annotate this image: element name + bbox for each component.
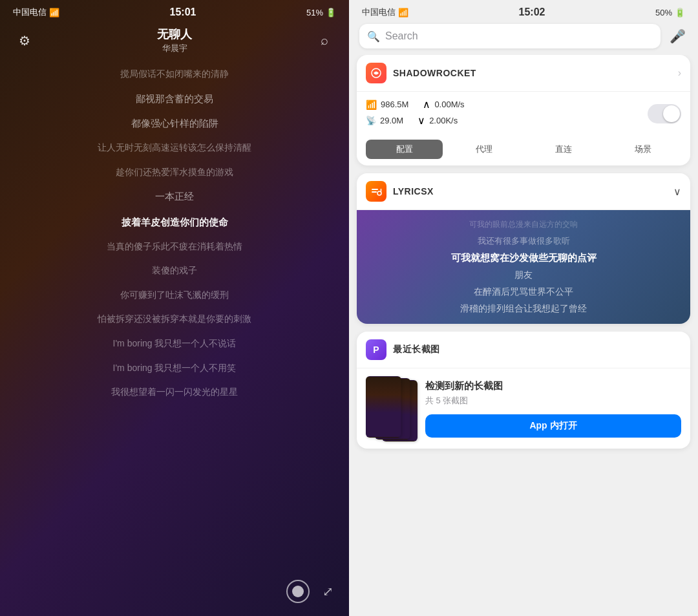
left-carrier: 中国电信	[13, 6, 47, 18]
song-artist: 华晨宇	[162, 43, 187, 54]
left-status-left: 中国电信 📶	[13, 6, 59, 18]
screenshot-body: 检测到新的长截图 共 5 张截图 App 内打开	[357, 368, 690, 449]
search-bar-icon: 🔍	[367, 30, 380, 43]
lyricsx-lyric-semi: 滑稽的排列组合让我想起了曾经	[460, 303, 587, 315]
shadowrocket-app-name: SHADOWROCKET	[393, 68, 672, 78]
lyricsx-lyric-semi: 在醉酒后咒骂世界不公平	[474, 286, 573, 298]
screenshot-widget: P 最近长截图 检测到新的长截图 共 5 张截图 App 内打开	[357, 332, 690, 449]
left-status-bar: 中国电信 📶 15:01 51% 🔋	[0, 0, 349, 21]
right-battery-icon: 🔋	[675, 8, 685, 17]
toggle-switch[interactable]	[525, 98, 681, 129]
screenshot-subtitle: 共 5 张截图	[425, 395, 681, 407]
shadowrocket-header: SHADOWROCKET ›	[357, 55, 690, 92]
download-speed: 2.00K/s	[429, 116, 458, 125]
right-status-left: 中国电信 📶	[362, 6, 408, 18]
lyric-line: 趁你们还热爱浑水摸鱼的游戏	[13, 160, 336, 185]
lyricsx-header: LYRICSX ∨	[357, 173, 690, 210]
upload-value: 986.5M	[381, 100, 408, 109]
lyricsx-expand-icon[interactable]: ∨	[673, 186, 681, 198]
search-bar-container: 🔍 Search 🎤	[349, 21, 698, 55]
upload-speed-icon: ∧	[423, 98, 430, 111]
lyric-line: I'm boring 我只想一个人不用笑	[13, 356, 336, 381]
lyricsx-lyrics-container: 可我的眼前总漫来自远方的交响 我还有很多事做很多歌听 可我就想窝在沙发做些无聊的…	[357, 210, 690, 324]
lyricsx-widget: LYRICSX ∨ 可我的眼前总漫来自远方的交响 我还有很多事做很多歌听 可我就…	[357, 173, 690, 324]
shadowrocket-widget: SHADOWROCKET › 📶 986.5M ∧ 0.00M/s 📡 29.0…	[357, 55, 690, 165]
toggle-thumb	[663, 105, 680, 122]
svg-point-3	[377, 191, 381, 195]
left-header: ⚙ 无聊人 华晨宇 ⌕	[0, 21, 349, 62]
open-in-app-button[interactable]: App 内打开	[425, 414, 681, 438]
right-panel: 中国电信 📶 15:02 50% 🔋 🔍 Search 🎤	[349, 0, 698, 616]
screenshot-app-name: 最近长截图	[393, 344, 681, 356]
lyricsx-app-name: LYRICSX	[393, 186, 667, 196]
download-value: 29.0M	[380, 116, 403, 125]
svg-rect-1	[372, 189, 378, 190]
record-button[interactable]	[286, 580, 310, 603]
lyric-line: 搅局假话不如闭嘴来的清静	[13, 62, 336, 87]
lyric-line: 装傻的戏子	[13, 259, 336, 283]
lyric-line: 鄙视那含蓄的交易	[13, 87, 336, 111]
lyric-line: 我很想望着一闪一闪发光的星星	[13, 380, 336, 405]
thumbnail-3	[366, 376, 401, 438]
lyricsx-lyric-active: 可我就想窝在沙发做些无聊的点评	[451, 252, 597, 264]
shadowrocket-stats: 📶 986.5M ∧ 0.00M/s 📡 29.0M ∨ 2.00K/s	[357, 92, 690, 136]
right-wifi-icon: 📶	[398, 8, 408, 17]
screenshot-thumbnails	[366, 376, 418, 441]
lyric-line: 让人无时无刻高速运转该怎么保持清醒	[13, 136, 336, 160]
search-icon[interactable]: ⌕	[315, 32, 333, 50]
widgets-container: SHADOWROCKET › 📶 986.5M ∧ 0.00M/s 📡 29.0…	[349, 55, 698, 616]
left-status-right: 51% 🔋	[306, 8, 336, 17]
right-status-bar: 中国电信 📶 15:02 50% 🔋	[349, 0, 698, 21]
left-battery-pct: 51%	[306, 8, 323, 17]
left-wifi-icon: 📶	[49, 8, 59, 17]
tab-direct[interactable]: 直连	[525, 140, 602, 159]
expand-icon[interactable]: ⤢	[323, 584, 333, 599]
lyric-line: 都像强心针样的陷阱	[13, 111, 336, 136]
left-time: 15:01	[170, 6, 196, 18]
screenshot-info: 检测到新的长截图 共 5 张截图 App 内打开	[425, 380, 681, 438]
svg-rect-2	[372, 191, 377, 193]
lyric-line: 你可赚到了吐沫飞溅的缓刑	[13, 283, 336, 308]
lyricsx-lyric-normal: 我还有很多事做很多歌听	[478, 235, 570, 247]
lyricsx-icon	[366, 181, 386, 202]
upload-stat: 📶 986.5M ∧ 0.00M/s	[366, 98, 522, 111]
lyric-line-active: 披着羊皮创造你们的使命	[13, 209, 336, 235]
microphone-icon[interactable]: 🎤	[667, 26, 688, 47]
left-header-center: 无聊人 华晨宇	[157, 27, 192, 54]
settings-icon[interactable]: ⚙	[16, 32, 34, 50]
lyric-line: 一本正经	[13, 184, 336, 209]
tab-scene[interactable]: 场景	[604, 140, 681, 159]
upload-speed: 0.00M/s	[434, 100, 464, 109]
wifi-icon: 📶	[366, 100, 377, 110]
shadowrocket-icon	[366, 63, 386, 83]
right-status-right: 50% 🔋	[655, 8, 685, 17]
screenshot-header: P 最近长截图	[357, 332, 690, 368]
right-time: 15:02	[519, 6, 545, 18]
tab-config[interactable]: 配置	[366, 140, 443, 159]
shadowrocket-tabs: 配置 代理 直连 场景	[357, 136, 690, 165]
lyric-line: 怕被拆穿还没被拆穿本就是你要的刺激	[13, 307, 336, 332]
download-stat: 📡 29.0M ∨ 2.00K/s	[366, 114, 522, 127]
shadowrocket-chevron-icon[interactable]: ›	[678, 67, 681, 79]
left-panel: 中国电信 📶 15:01 51% 🔋 ⚙ 无聊人 华晨宇 ⌕ 搅局假话不如闭嘴来…	[0, 0, 349, 616]
lyricsx-lyric-faint: 可我的眼前总漫来自远方的交响	[469, 219, 578, 230]
lyric-line: 当真的傻子乐此不疲在消耗着热情	[13, 235, 336, 259]
left-battery-icon: 🔋	[326, 8, 336, 17]
search-bar[interactable]: 🔍 Search	[359, 24, 661, 48]
tab-proxy[interactable]: 代理	[445, 140, 522, 159]
lyricsx-lyric-semi: 朋友	[514, 270, 533, 281]
toggle-track[interactable]	[648, 104, 681, 123]
song-title: 无聊人	[157, 27, 192, 42]
right-battery-pct: 50%	[655, 8, 672, 17]
right-carrier: 中国电信	[362, 6, 396, 18]
download-speed-icon: ∨	[418, 114, 425, 127]
record-indicator	[292, 586, 304, 597]
lyrics-container: 搅局假话不如闭嘴来的清静 鄙视那含蓄的交易 都像强心针样的陷阱 让人无时无刻高速…	[0, 62, 349, 573]
search-placeholder: Search	[385, 30, 418, 42]
lyric-line: I'm boring 我只想一个人不说话	[13, 332, 336, 356]
screenshot-title: 检测到新的长截图	[425, 380, 681, 392]
screenshot-app-icon: P	[366, 339, 386, 360]
cellular-icon: 📡	[366, 116, 376, 125]
left-bottom-bar: ⤢	[0, 573, 349, 616]
